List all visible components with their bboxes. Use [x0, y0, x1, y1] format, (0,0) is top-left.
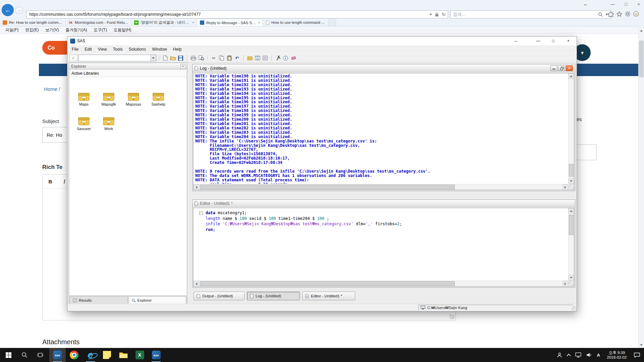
search-input[interactable]: 검색... — [450, 10, 611, 18]
options-icon[interactable] — [261, 55, 269, 62]
submit-icon[interactable] — [274, 55, 282, 62]
print-icon[interactable] — [190, 55, 197, 62]
tab-close-icon[interactable]: × — [258, 21, 260, 24]
scroll-down-button[interactable] — [569, 178, 574, 184]
menu-window[interactable]: Window — [149, 47, 170, 52]
menu-file[interactable]: 파일(F) — [2, 27, 22, 33]
log-restore-button[interactable] — [558, 65, 565, 71]
scrollbar-thumb[interactable] — [200, 185, 455, 189]
scroll-right-button[interactable] — [562, 281, 568, 287]
favorites-star-icon[interactable] — [616, 11, 622, 17]
explorer-tab[interactable]: Explorer — [128, 296, 186, 304]
scroll-up-button[interactable] — [569, 73, 574, 79]
taskbar-clock[interactable]: 오후 9:39 2018-02-02 — [602, 348, 631, 362]
taskbar-chrome[interactable] — [66, 348, 82, 362]
page-scrollbar[interactable] — [638, 28, 644, 348]
log-window-button[interactable]: Log - (Untitled) — [247, 292, 300, 300]
menu-view[interactable]: 보기(V) — [42, 27, 62, 33]
browser-minimize-button[interactable]: — — [610, 2, 615, 7]
ime-language-indicator[interactable]: A — [595, 348, 602, 362]
explorer-titlebar[interactable]: Explorer × — [69, 63, 187, 70]
new-library-icon[interactable] — [246, 55, 254, 62]
url-text[interactable]: https://communities.sas.com/t5/forums/re… — [29, 12, 429, 17]
sas-titlebar[interactable]: SAS ↔ — □ × — [67, 37, 577, 45]
menu-file[interactable]: File — [69, 47, 82, 52]
menu-edit[interactable]: Edit — [82, 47, 95, 52]
library-item-mapsgfk[interactable]: Mapsgfk — [98, 92, 120, 106]
log-horizontal-scrollbar[interactable] — [194, 184, 568, 190]
library-item-mapssas[interactable]: Mapssas — [122, 92, 145, 106]
scroll-up-button[interactable] — [569, 208, 574, 214]
taskbar-excel[interactable]: X — [131, 348, 148, 362]
library-item-sashelp[interactable]: Sashelp — [147, 92, 169, 106]
library-item-sasuser[interactable]: Sasuser — [73, 116, 95, 131]
menu-help[interactable]: 도움말(H) — [110, 27, 135, 33]
log-content-area[interactable]: NOTE: Variable time190 is uninitialized.… — [193, 73, 574, 190]
editor-content-area[interactable]: − data mscateogry1;length name $ 100 sec… — [193, 208, 574, 287]
taskbar-internet-explorer[interactable]: e — [82, 348, 99, 362]
open-icon[interactable] — [169, 55, 177, 62]
start-button[interactable] — [0, 348, 17, 362]
code-fold-icon[interactable]: − — [199, 211, 203, 215]
browser-tab-2[interactable]: M Morningstar.com - Fund Retu... — [66, 19, 131, 26]
log-minimize-button[interactable] — [550, 65, 557, 71]
explorer-icon[interactable] — [254, 55, 261, 62]
scroll-left-button[interactable] — [194, 281, 199, 287]
taskbar-sticky-notes[interactable] — [99, 348, 115, 362]
taskbar-search-button[interactable] — [17, 348, 32, 362]
url-dropdown-icon[interactable] — [429, 14, 432, 15]
taskbar-sas-2[interactable]: sas — [148, 348, 164, 362]
scroll-right-button[interactable] — [562, 184, 568, 190]
task-view-button[interactable] — [32, 348, 48, 362]
scrollbar-thumb[interactable] — [200, 281, 455, 286]
forward-button[interactable]: → — [15, 6, 23, 14]
taskbar-sas-active[interactable]: sas — [49, 348, 66, 362]
log-resize-grip[interactable] — [568, 184, 574, 190]
scroll-up-button[interactable] — [639, 28, 644, 34]
browser-tab-3[interactable]: N '명령어'의 검색결과 : 네이버 ... × — [131, 19, 197, 26]
cut-icon[interactable]: ✂ — [210, 55, 218, 62]
tab-close-icon[interactable]: × — [192, 21, 194, 24]
menu-solutions[interactable]: Solutions — [126, 47, 149, 52]
scroll-down-button[interactable] — [569, 275, 574, 281]
bold-button[interactable]: B — [46, 178, 55, 186]
people-icon[interactable] — [554, 348, 565, 362]
help-icon[interactable] — [282, 55, 289, 62]
log-titlebar[interactable]: Log - (Untitled) × — [193, 64, 575, 72]
menu-tools[interactable]: Tools — [110, 47, 126, 52]
refresh-icon[interactable]: ↻ — [442, 12, 446, 17]
scroll-left-button[interactable] — [194, 184, 199, 190]
editor-window-button[interactable]: Editor - Untitled1 * — [302, 292, 355, 300]
menu-help[interactable]: Help — [170, 47, 185, 52]
browser-tab-5[interactable]: How to use length command ... — [263, 19, 329, 26]
browser-tab-1[interactable]: Re: How to use length comm... — [0, 19, 66, 26]
output-window-button[interactable]: Output - (Untitled) — [194, 292, 245, 300]
hidden-icons-chevron[interactable] — [565, 348, 573, 362]
print-preview-icon[interactable] — [197, 55, 205, 62]
scrollbar-thumb[interactable] — [639, 41, 644, 77]
save-icon[interactable] — [177, 55, 184, 62]
new-tab-button[interactable] — [329, 19, 336, 26]
editor-code[interactable]: data mscateogry1;length name $ 100 secid… — [206, 210, 568, 280]
paste-icon[interactable] — [225, 55, 233, 62]
scrollbar-thumb[interactable] — [569, 215, 574, 235]
taskbar-file-explorer[interactable] — [115, 348, 131, 362]
library-item-maps[interactable]: Maps — [73, 92, 95, 106]
editor-resize-grip[interactable] — [568, 281, 574, 286]
command-dropdown-icon[interactable] — [150, 55, 156, 61]
feedback-smiley-icon[interactable] — [633, 11, 639, 17]
editor-horizontal-scrollbar[interactable] — [194, 281, 568, 286]
network-icon[interactable] — [573, 348, 584, 362]
menu-tools[interactable]: 도구(T) — [90, 27, 110, 33]
back-button[interactable]: ← — [2, 4, 13, 16]
clear-all-icon[interactable] — [289, 55, 297, 62]
log-vertical-scrollbar[interactable] — [568, 73, 574, 184]
command-input[interactable] — [78, 55, 156, 61]
sas-close-button[interactable]: × — [561, 37, 576, 45]
library-item-work[interactable]: Work — [98, 116, 120, 131]
log-text[interactable]: NOTE: Variable time190 is uninitialized.… — [195, 74, 568, 184]
menu-view[interactable]: View — [95, 47, 110, 52]
menu-favorites[interactable]: 즐겨찾기(A) — [62, 27, 90, 33]
home-icon[interactable] — [608, 11, 614, 17]
results-tab[interactable]: Results — [70, 296, 128, 304]
